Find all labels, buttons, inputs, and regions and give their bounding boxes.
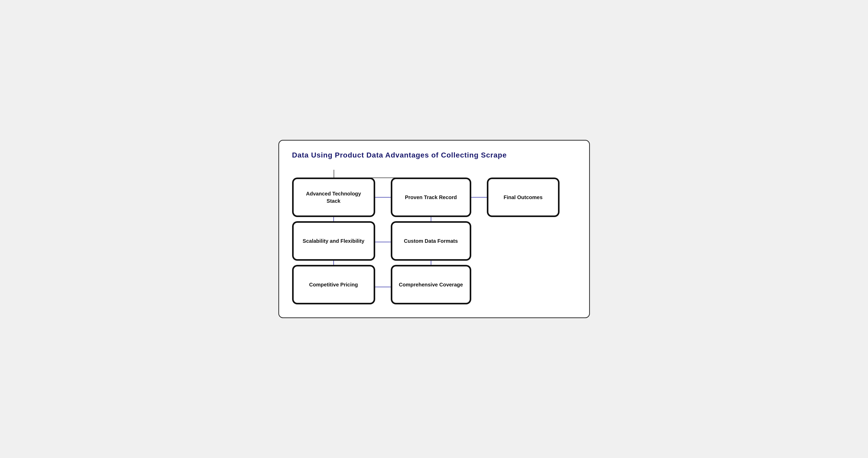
node-competitive-label: Competitive Pricing	[309, 281, 358, 288]
hconn-right-row1	[471, 197, 487, 198]
hconn-row2	[375, 242, 391, 242]
node-custom-data-label: Custom Data Formats	[404, 237, 458, 245]
middle-column: Proven Track Record Custom Data Formats	[391, 177, 471, 305]
title-connector-v	[334, 170, 334, 177]
node-comprehensive-label: Comprehensive Coverage	[399, 281, 463, 288]
left-vconn-1	[333, 217, 334, 221]
node-advanced-tech: Advanced Technology Stack	[292, 177, 375, 217]
node-proven-track-label: Proven Track Record	[405, 194, 457, 201]
left-vconn-2	[333, 261, 334, 265]
hconn-row3	[375, 287, 391, 287]
node-scalability: Scalability and Flexibility	[292, 221, 375, 261]
node-advanced-tech-label: Advanced Technology Stack	[299, 190, 368, 205]
node-competitive: Competitive Pricing	[292, 265, 375, 305]
diagram-container: Data Using Product Data Advantages of Co…	[278, 140, 590, 318]
mid-vconn-2	[431, 261, 431, 265]
node-scalability-label: Scalability and Flexibility	[303, 237, 365, 245]
node-custom-data: Custom Data Formats	[391, 221, 471, 261]
mid-vconn-1	[431, 217, 431, 221]
node-final-outcomes-label: Final Outcomes	[503, 194, 542, 201]
left-column: Advanced Technology Stack Scalability an…	[292, 177, 375, 305]
hconn-row1	[375, 197, 391, 198]
right-column: Final Outcomes	[487, 177, 560, 217]
node-comprehensive: Comprehensive Coverage	[391, 265, 471, 305]
node-final-outcomes: Final Outcomes	[487, 177, 560, 217]
node-proven-track: Proven Track Record	[391, 177, 471, 217]
page-title: Data Using Product Data Advantages of Co…	[292, 151, 576, 159]
